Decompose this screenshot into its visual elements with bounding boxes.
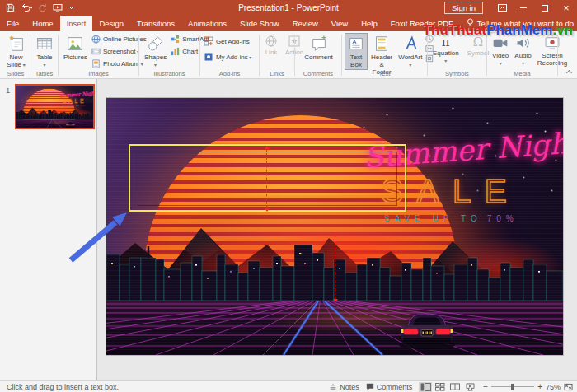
text-box-button[interactable]: Text Box xyxy=(345,33,368,70)
group-label-links: Links xyxy=(260,70,294,77)
quick-access-toolbar xyxy=(0,3,74,12)
fit-to-window-icon[interactable] xyxy=(564,383,573,391)
slide-subtitle: SAVE UP TO70% xyxy=(63,105,86,107)
get-addins-button[interactable]: Get Add-ins xyxy=(203,35,252,47)
group-label-comments: Comments xyxy=(295,70,341,77)
table-button[interactable]: Table xyxy=(33,33,56,70)
tab-transitions[interactable]: Transitions xyxy=(130,16,181,31)
photo-album-icon xyxy=(91,59,101,68)
my-addins-button[interactable]: My Add-ins xyxy=(203,51,252,63)
screen-recording-button[interactable]: Screen Recording xyxy=(535,33,570,68)
comments-button[interactable]: Comments xyxy=(366,383,413,391)
tab-file[interactable]: File xyxy=(0,16,26,31)
zoom-level[interactable]: 75% xyxy=(546,383,561,391)
notes-icon xyxy=(329,383,337,391)
tab-view[interactable]: View xyxy=(325,16,354,31)
slide-thumbnail[interactable]: Summer Night SALE SAVE UP TO70% xyxy=(15,84,95,129)
title-bar: Presentation1 - PowerPoint Sign in × xyxy=(0,0,577,16)
car-graphic xyxy=(65,121,75,128)
sign-in-button[interactable]: Sign in xyxy=(444,2,483,14)
workspace: 1 xyxy=(0,79,577,380)
wordart-icon xyxy=(401,35,420,53)
group-label-symbols: Symbols xyxy=(428,70,486,77)
new-slide-icon xyxy=(7,35,26,53)
lightbulb-icon xyxy=(467,18,474,29)
get-addins-icon xyxy=(204,36,213,46)
smart-guide-vertical-2 xyxy=(335,235,335,299)
minimize-button[interactable] xyxy=(513,0,534,16)
video-icon xyxy=(492,35,509,51)
close-button[interactable]: × xyxy=(556,0,577,16)
slide-artwork: Summer Night SALE SAVE UP TO70% xyxy=(106,98,563,355)
slideshow-view-button[interactable] xyxy=(463,382,476,392)
pictures-button[interactable]: Pictures xyxy=(61,33,90,63)
tab-foxit[interactable]: Foxit Reader PDF xyxy=(384,16,460,31)
save-icon[interactable] xyxy=(6,3,15,12)
wordart-button[interactable]: WordArt xyxy=(396,33,425,70)
thumbnail-artwork: Summer Night SALE SAVE UP TO70% xyxy=(16,86,93,128)
customize-qat-icon[interactable] xyxy=(68,6,74,10)
screenshot-icon xyxy=(91,47,101,56)
status-hint: Click and drag to insert a text box. xyxy=(0,383,119,391)
redo-icon xyxy=(38,3,47,12)
tab-insert[interactable]: Insert xyxy=(60,16,93,31)
zoom-in-button[interactable]: + xyxy=(537,383,542,391)
tab-design[interactable]: Design xyxy=(92,16,130,31)
pictures-icon xyxy=(66,35,84,53)
video-button[interactable]: Video xyxy=(490,33,511,68)
normal-view-button[interactable] xyxy=(419,382,432,392)
audio-icon xyxy=(515,35,532,51)
text-box-icon xyxy=(347,35,365,53)
comments-icon xyxy=(366,383,374,391)
tab-review[interactable]: Review xyxy=(286,16,325,31)
equation-button[interactable]: π Equation xyxy=(430,33,462,66)
view-switcher xyxy=(419,382,476,392)
group-label-addins: Add-ins xyxy=(200,70,259,77)
ribbon-group-illustrations: Shapes SmartArt Chart Illustrations xyxy=(139,31,200,78)
ribbon-group-symbols: π Equation Ω Symbol Symbols xyxy=(428,31,487,78)
zoom-out-button[interactable]: − xyxy=(483,383,488,391)
textbox-drag-outline[interactable] xyxy=(129,144,406,212)
status-bar: Click and drag to insert a text box. Not… xyxy=(0,380,577,392)
ribbon-group-tables: Table Tables xyxy=(30,31,59,78)
ribbon-group-media: Video Audio Screen Recording Media xyxy=(487,31,558,78)
comment-button[interactable]: Comment xyxy=(302,33,335,63)
car-graphic xyxy=(396,309,457,350)
notes-button[interactable]: Notes xyxy=(329,383,359,391)
my-addins-icon xyxy=(204,52,213,62)
group-label-media: Media xyxy=(487,70,557,77)
chart-icon xyxy=(171,47,180,56)
screen-recording-icon xyxy=(544,35,561,51)
shapes-button[interactable]: Shapes xyxy=(142,33,169,70)
audio-button[interactable]: Audio xyxy=(512,33,533,68)
group-label-tables: Tables xyxy=(30,70,58,77)
shapes-icon xyxy=(147,35,165,53)
tab-slideshow[interactable]: Slide Show xyxy=(233,16,286,31)
zoom-slider-handle[interactable] xyxy=(511,384,514,390)
tab-help[interactable]: Help xyxy=(354,16,384,31)
undo-icon[interactable] xyxy=(21,3,32,12)
powerpoint-window: Presentation1 - PowerPoint Sign in × Fil… xyxy=(0,0,577,392)
zoom-controls: − + 75% xyxy=(483,383,573,391)
collapse-ribbon-icon[interactable] xyxy=(566,69,572,75)
slide-title-sale: SALE xyxy=(63,98,86,105)
zoom-slider[interactable] xyxy=(491,386,534,387)
group-label-text: Text xyxy=(342,70,427,77)
equation-icon: π xyxy=(442,35,450,49)
ribbon-display-options-icon[interactable] xyxy=(491,0,513,16)
slide-canvas[interactable]: Summer Night SALE SAVE UP TO70% xyxy=(106,98,563,355)
ribbon-group-images: Pictures Online Pictures Screenshot Phot… xyxy=(59,31,139,78)
tell-me-box[interactable]: Tell me what you want to do xyxy=(460,16,577,31)
slide-subtitle: SAVE UP TO70% xyxy=(384,214,518,223)
new-slide-button[interactable]: New Slide xyxy=(4,33,28,70)
ribbon-group-text: Text Box Header & Footer WordArt Text xyxy=(342,31,428,78)
group-label-slides: Slides xyxy=(2,70,30,77)
tab-animations[interactable]: Animations xyxy=(181,16,233,31)
symbol-icon: Ω xyxy=(473,35,483,49)
start-slideshow-icon[interactable] xyxy=(53,3,63,12)
textbox-inner-frame xyxy=(138,152,397,206)
reading-view-button[interactable] xyxy=(448,382,462,392)
maximize-button[interactable] xyxy=(534,0,556,16)
slide-sorter-view-button[interactable] xyxy=(434,382,447,392)
tab-home[interactable]: Home xyxy=(26,16,59,31)
